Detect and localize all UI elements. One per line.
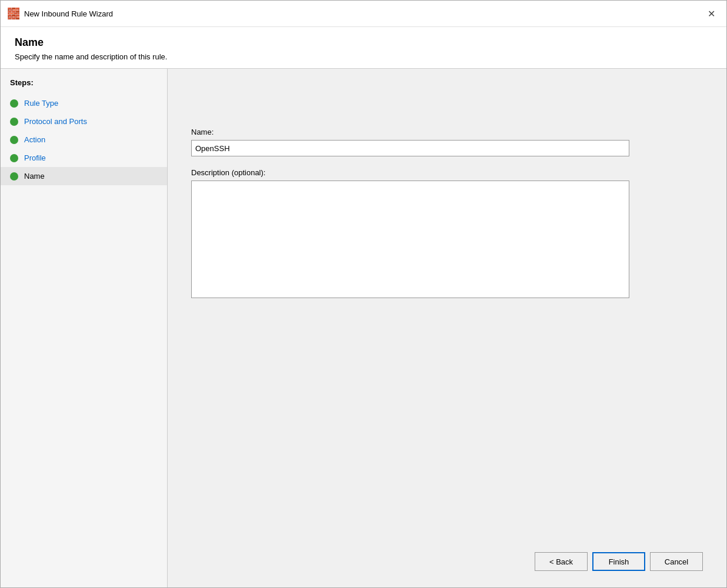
sidebar-item-action[interactable]: Action bbox=[1, 131, 167, 149]
dialog-window: 🧱 New Inbound Rule Wizard ✕ Name Specify… bbox=[0, 0, 727, 588]
main-panel: Name: Description (optional): < Back Fin… bbox=[168, 69, 726, 587]
page-subtitle: Specify the name and description of this… bbox=[15, 52, 712, 61]
name-label: Name: bbox=[191, 128, 703, 136]
page-title: Name bbox=[15, 36, 712, 49]
content-area: Steps: Rule Type Protocol and Ports Acti… bbox=[1, 69, 726, 587]
header-section: Name Specify the name and description of… bbox=[1, 27, 726, 69]
step-dot-profile bbox=[10, 154, 18, 162]
step-dot-rule-type bbox=[10, 99, 18, 108]
step-label-action: Action bbox=[24, 135, 45, 144]
step-dot-name bbox=[10, 172, 18, 181]
sidebar-item-name[interactable]: Name bbox=[1, 167, 167, 185]
step-label-profile: Profile bbox=[24, 153, 46, 162]
steps-label: Steps: bbox=[1, 78, 167, 94]
back-button[interactable]: < Back bbox=[535, 552, 588, 571]
step-dot-action bbox=[10, 136, 18, 144]
window-title: New Inbound Rule Wizard bbox=[24, 9, 113, 18]
sidebar-item-protocol-and-ports[interactable]: Protocol and Ports bbox=[1, 112, 167, 131]
step-dot-protocol-and-ports bbox=[10, 118, 18, 126]
button-bar: < Back Finish Cancel bbox=[191, 543, 703, 576]
description-input[interactable] bbox=[191, 181, 629, 298]
finish-button[interactable]: Finish bbox=[592, 552, 645, 571]
name-input[interactable] bbox=[191, 140, 629, 156]
steps-panel: Steps: Rule Type Protocol and Ports Acti… bbox=[1, 69, 168, 587]
form-area: Name: Description (optional): bbox=[191, 92, 703, 543]
step-label-protocol-and-ports: Protocol and Ports bbox=[24, 117, 87, 126]
title-bar-left: 🧱 New Inbound Rule Wizard bbox=[8, 8, 113, 19]
name-field-group: Name: bbox=[191, 128, 703, 156]
description-label: Description (optional): bbox=[191, 168, 703, 177]
description-field-group: Description (optional): bbox=[191, 168, 703, 300]
cancel-button[interactable]: Cancel bbox=[650, 552, 703, 571]
sidebar-item-profile[interactable]: Profile bbox=[1, 149, 167, 167]
sidebar-item-rule-type[interactable]: Rule Type bbox=[1, 94, 167, 112]
close-button[interactable]: ✕ bbox=[703, 5, 719, 22]
step-label-rule-type: Rule Type bbox=[24, 99, 58, 108]
window-icon: 🧱 bbox=[8, 8, 19, 19]
title-bar: 🧱 New Inbound Rule Wizard ✕ bbox=[1, 1, 726, 27]
step-label-name: Name bbox=[24, 172, 45, 181]
